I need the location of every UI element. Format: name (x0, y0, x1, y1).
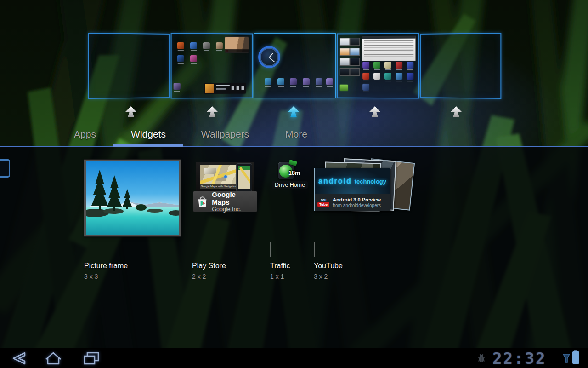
maps-caption: Google Maps with Navigation™ (200, 184, 240, 189)
label-tick (314, 242, 315, 257)
app-title: Google Maps (212, 190, 254, 206)
play-store-bag-icon (196, 195, 209, 208)
mini-app-icon (203, 42, 210, 49)
mini-bookmark-thumb (340, 58, 350, 66)
play-store-info-bar: Google Maps Google Inc. (193, 191, 257, 212)
mini-app-icon (396, 62, 402, 69)
screen-arrow-3-active (287, 106, 300, 117)
widget-tray: Picture frame 3 x 3 Google Maps with Nav… (0, 147, 588, 348)
tab-underline-active (113, 144, 183, 147)
picture-frame-preview (84, 160, 181, 236)
tab-more[interactable]: More (283, 129, 310, 142)
mini-app-icon (190, 55, 197, 62)
home-screen-thumbnail-3-current[interactable] (254, 33, 336, 98)
video-source: from androiddevelopers (333, 203, 381, 208)
mini-app-icon (407, 73, 413, 80)
youtube-logo-icon: You Tube (317, 198, 329, 207)
mini-app-icon (290, 78, 297, 85)
label-tick (270, 242, 271, 257)
label-tick (192, 242, 192, 257)
tab-widgets[interactable]: Widgets (129, 129, 168, 142)
mini-app-icon (265, 78, 271, 85)
widget-name: Traffic (270, 262, 290, 270)
mini-app-icon (407, 62, 413, 69)
mini-bookmark-thumb (340, 48, 350, 56)
mini-email-widget (362, 36, 416, 61)
mini-app-icon (177, 55, 184, 62)
home-screen-thumbnail-1[interactable] (88, 33, 170, 99)
mini-app-icon (373, 73, 380, 80)
widget-size: 1 x 1 (270, 273, 284, 280)
tab-apps[interactable]: Apps (69, 129, 101, 142)
mini-app-icon (384, 73, 391, 80)
mini-video-chat-widget (225, 37, 249, 52)
widget-item-picture-frame[interactable]: Picture frame 3 x 3 (84, 160, 181, 293)
screen-arrow-5 (449, 106, 463, 117)
mini-app-icon (362, 62, 369, 69)
mini-app-icon (177, 42, 184, 49)
video-title: Android 3.0 Preview (333, 197, 381, 203)
widget-name: YouTube (314, 262, 343, 270)
mini-bookmark-thumb (350, 58, 360, 66)
widget-item-traffic[interactable]: 18m Drive Home Traffic 1 x 1 (270, 160, 321, 293)
traffic-route-label: Drive Home (272, 181, 308, 189)
back-button[interactable] (6, 351, 28, 366)
mini-bookmark-thumb (350, 48, 360, 56)
mini-app-icon (216, 42, 223, 49)
mini-bookmark-thumb (350, 38, 360, 46)
mini-facebook-icon (362, 84, 369, 91)
tab-wallpapers[interactable]: Wallpapers (198, 129, 253, 142)
widget-size: 3 x 2 (314, 273, 328, 280)
widget-item-play-store[interactable]: Google Maps with Navigation™ Google Maps… (192, 160, 261, 293)
phone-with-navigation (236, 163, 252, 192)
android-logo-text: android (318, 177, 352, 185)
signal-icon (562, 353, 571, 364)
usb-debugging-bug-icon (476, 352, 487, 363)
mini-app-icon (396, 73, 402, 80)
mini-bookmark-thumb (350, 68, 360, 76)
mini-bookmark-thumb (340, 68, 350, 76)
video-info-bar: You Tube Android 3.0 Preview from androi… (315, 194, 390, 211)
mini-app-icon (303, 78, 310, 85)
mini-app-icon (174, 83, 181, 90)
widget-size: 2 x 2 (192, 273, 206, 280)
system-bar: 22:32 (0, 348, 588, 368)
mini-bookmark-thumb (340, 38, 350, 46)
label-tick (85, 242, 85, 257)
mini-analog-clock-widget (258, 46, 280, 68)
mini-app-icon (384, 62, 391, 69)
widget-size: 3 x 3 (84, 273, 98, 280)
mini-app-icon (277, 78, 284, 85)
home-screen-thumbnail-5[interactable] (420, 33, 501, 99)
mini-app-icon (362, 73, 369, 80)
home-screen-carousel (0, 0, 588, 106)
mini-app-icon (326, 78, 333, 85)
screen-arrow-1 (124, 106, 138, 117)
home-screen-thumbnail-4[interactable] (337, 33, 419, 99)
maps-screenshot: Google Maps with Navigation™ (200, 165, 240, 189)
screen-arrow-4 (368, 106, 382, 117)
battery-icon (572, 351, 579, 364)
status-clock: 22:32 (492, 349, 546, 368)
mini-app-icon (190, 42, 197, 49)
mini-folder-icon (340, 85, 348, 91)
screen-arrow-2 (205, 106, 219, 117)
mini-app-icon (373, 62, 380, 69)
tray-previous-page-indicator[interactable] (0, 159, 10, 178)
technology-text: technology (355, 178, 386, 185)
app-publisher: Google Inc. (212, 206, 254, 213)
video-card-front: android technology You Tube Android 3.0 … (314, 168, 390, 211)
lake-photo (86, 161, 179, 235)
mini-app-icon (316, 78, 322, 85)
widget-name: Play Store (192, 262, 226, 270)
widget-item-youtube[interactable]: android technology You Tube Android 3.0 … (314, 160, 415, 293)
mini-music-widget (204, 83, 246, 94)
video-thumbnail: android technology (315, 168, 390, 194)
status-cluster[interactable]: 22:32 (473, 348, 583, 368)
honeycomb-home-customizer: Apps Widgets Wallpapers More (0, 0, 588, 368)
home-button[interactable] (42, 351, 64, 366)
widget-name: Picture frame (84, 262, 128, 270)
home-screen-thumbnail-2[interactable] (171, 33, 253, 99)
traffic-eta-badge: 18m (288, 170, 300, 176)
recent-apps-button[interactable] (80, 351, 102, 366)
